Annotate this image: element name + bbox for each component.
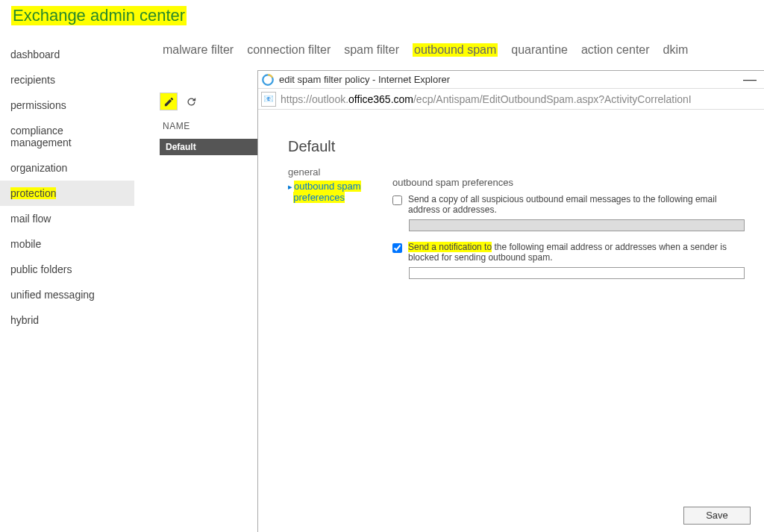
label-send-copy: Send a copy of all suspicious outbound e…	[408, 194, 734, 215]
sidebar-item-mail-flow[interactable]: mail flow	[0, 206, 134, 231]
tab-malware-filter[interactable]: malware filter	[163, 43, 234, 57]
option-send-notification: Send a notification to the following ema…	[392, 242, 734, 263]
label-send-notification: Send a notification to the following ema…	[408, 242, 734, 263]
checkbox-send-copy[interactable]	[392, 195, 402, 205]
tabs: malware filter connection filter spam fi…	[163, 43, 688, 57]
sidebar-item-protection[interactable]: protection	[0, 181, 134, 206]
popup-nav: general ▸outbound spam preferences	[288, 166, 361, 203]
edit-icon[interactable]	[160, 93, 178, 110]
sidebar-item-hybrid[interactable]: hybrid	[0, 307, 134, 333]
policy-name: Default	[288, 138, 335, 155]
sidebar-item-compliance-management[interactable]: compliance management	[0, 118, 134, 155]
tab-spam-filter[interactable]: spam filter	[344, 43, 399, 57]
sidebar-item-organization[interactable]: organization	[0, 155, 134, 181]
save-button[interactable]: Save	[683, 507, 751, 525]
column-header-name: NAME	[163, 121, 190, 131]
sidebar-item-unified-messaging[interactable]: unified messaging	[0, 282, 134, 307]
prefs-title: outbound spam preferences	[392, 177, 734, 188]
nav-outbound-spam-preferences[interactable]: ▸outbound spam preferences	[288, 181, 361, 203]
popup-window: edit spam filter policy - Internet Explo…	[257, 70, 764, 532]
nav-general[interactable]: general	[288, 166, 361, 178]
minimize-icon[interactable]: —	[739, 72, 761, 87]
tab-connection-filter[interactable]: connection filter	[247, 43, 331, 57]
page-icon: 📧	[261, 92, 276, 107]
tab-action-center[interactable]: action center	[581, 43, 650, 57]
popup-body: Default general ▸outbound spam preferenc…	[258, 110, 764, 532]
refresh-icon[interactable]	[182, 93, 200, 110]
sidebar-item-permissions[interactable]: permissions	[0, 93, 134, 118]
input-notification-addresses[interactable]	[409, 267, 745, 279]
sidebar-item-recipients[interactable]: recipients	[0, 67, 134, 93]
ie-icon	[261, 73, 275, 87]
tab-quarantine[interactable]: quarantine	[511, 43, 568, 57]
popup-titlebar: edit spam filter policy - Internet Explo…	[258, 71, 764, 89]
preferences-panel: outbound spam preferences Send a copy of…	[392, 177, 734, 290]
input-send-copy-addresses[interactable]	[409, 219, 745, 231]
tab-outbound-spam[interactable]: outbound spam	[413, 43, 498, 57]
sidebar-item-public-folders[interactable]: public folders	[0, 257, 134, 282]
sidebar: dashboard recipients permissions complia…	[0, 42, 134, 333]
caret-icon: ▸	[288, 182, 292, 191]
toolbar	[160, 93, 200, 110]
checkbox-send-notification[interactable]	[392, 243, 402, 253]
page-title: Exchange admin center	[11, 6, 187, 25]
sidebar-item-mobile[interactable]: mobile	[0, 231, 134, 257]
address-bar[interactable]: 📧 https://outlook.office365.com/ecp/Anti…	[258, 89, 764, 110]
popup-title: edit spam filter policy - Internet Explo…	[279, 74, 450, 85]
option-send-copy: Send a copy of all suspicious outbound e…	[392, 194, 734, 215]
sidebar-item-dashboard[interactable]: dashboard	[0, 42, 134, 67]
tab-dkim[interactable]: dkim	[663, 43, 689, 57]
